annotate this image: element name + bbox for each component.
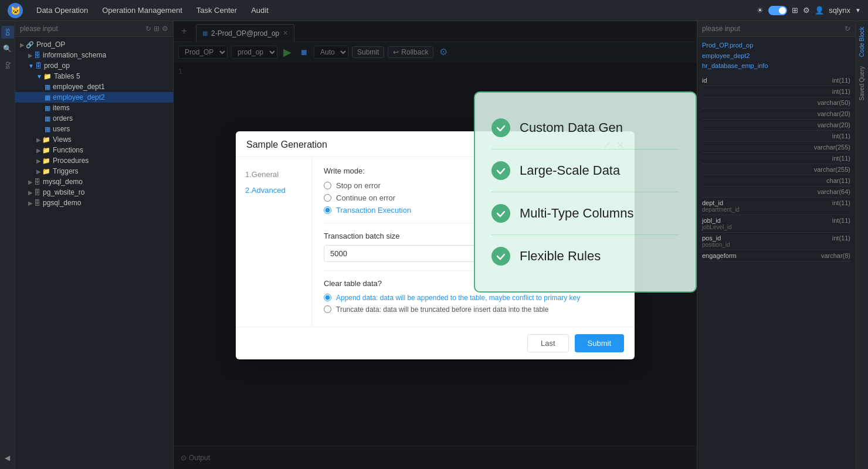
center-pane: + ▦ 2-Prod_OP@prod_op ✕ Prod_OP prod_op …: [174, 21, 697, 469]
modal-title: Sample Generation: [246, 140, 327, 150]
col-10: char(11): [702, 175, 850, 186]
col-id: id int(11): [702, 75, 850, 86]
col-9: varchar(255): [702, 164, 850, 175]
check-custom-data-gen: [491, 118, 510, 137]
tree-users[interactable]: ▦ users: [15, 124, 173, 134]
col-dept-id: dept_id department_id int(11): [702, 198, 850, 215]
db-connect-icon[interactable]: ⊞: [154, 25, 160, 33]
layout-icon[interactable]: ⊞: [792, 6, 798, 15]
svg-text:🐱: 🐱: [11, 6, 21, 16]
nav-operation-management[interactable]: Operation Management: [96, 4, 188, 17]
modal-overlay: Sample Generation ⤢ ✕ 1.General 2.Advanc…: [174, 21, 697, 469]
check-flexible-rules: [491, 247, 510, 266]
col-4: varchar(20): [702, 108, 850, 120]
tree-employee-dept2[interactable]: ▦ employee_dept2: [15, 92, 173, 103]
code-block-icon[interactable]: Code Block: [857, 23, 866, 60]
feature-label-flexible-rules: Flexible Rules: [520, 249, 601, 264]
tree-mysql-demo[interactable]: ▶ 🗄 mysql_demo: [15, 176, 173, 187]
main-area: DS 🔍 SQ ◀ ↻ ⊞ ⚙ ▶ 🔗 Prod_OP ▶ 🗄 in: [0, 21, 868, 469]
username: sqlynx: [829, 6, 850, 15]
tree-items[interactable]: ▦ items: [15, 103, 173, 113]
tree-triggers[interactable]: ▶ 📁 Triggers: [15, 166, 173, 176]
modal-sidebar: 1.General 2.Advanced: [236, 157, 312, 327]
tree-prod-op[interactable]: ▼ 🗄 prod_op: [15, 60, 173, 71]
db-breadcrumb: Prod_OP.prod_op employee_dept2 hr_databa…: [702, 40, 850, 72]
nav-audit[interactable]: Audit: [245, 4, 274, 17]
theme-icon[interactable]: ☀: [757, 6, 764, 15]
tree-functions[interactable]: ▶ 📁 Functions: [15, 145, 173, 155]
col-5: varchar(20): [702, 120, 850, 131]
feature-flexible-rules: Flexible Rules: [491, 235, 679, 277]
right-panel-content: Prod_OP.prod_op employee_dept2 hr_databa…: [697, 37, 855, 469]
feature-label-large-scale-data: Large-Scale Data: [520, 163, 620, 178]
col-11: varchar(64): [702, 186, 850, 198]
check-large-scale-data: [491, 161, 510, 180]
breadcrumb-line1: Prod_OP.prod_op: [702, 40, 850, 51]
last-button[interactable]: Last: [527, 334, 569, 352]
refresh-icon[interactable]: ↻: [145, 25, 151, 33]
tree: ▶ 🔗 Prod_OP ▶ 🗄 information_schema ▼ 🗄 p…: [15, 37, 173, 469]
nav-right: ☀ ⊞ ⚙ 👤 sqlynx ▼: [757, 6, 861, 15]
radio-truncate-data[interactable]: Truncate data: data will be truncated be…: [324, 305, 623, 314]
tree-tables[interactable]: ▼ 📁 Tables 5: [15, 71, 173, 81]
check-multi-type-columns: [491, 204, 510, 223]
tree-views[interactable]: ▶ 📁 Views: [15, 134, 173, 145]
arrow-toggle[interactable]: ◀: [1, 451, 14, 464]
col-7: varchar(255): [702, 142, 850, 153]
nav-data-operation[interactable]: Data Operation: [30, 4, 94, 17]
saved-query-icon[interactable]: SQ: [1, 59, 14, 72]
col-8: int(11): [702, 153, 850, 164]
col-jobl-id: jobl_id jobLevel_id int(11): [702, 215, 850, 233]
tree-root-prod-op[interactable]: ▶ 🔗 Prod_OP: [15, 39, 173, 50]
col-6: int(11): [702, 131, 850, 142]
col-engageform: engageform varchar(8): [702, 250, 850, 261]
col-3: varchar(50): [702, 97, 850, 108]
feature-label-multi-type-columns: Multi-Type Columns: [520, 206, 633, 221]
search-icon[interactable]: 🔍: [1, 42, 14, 55]
breadcrumb-line3: hr_database_emp_info: [702, 61, 850, 72]
tree-employee-dept1[interactable]: ▦ employee_dept1: [15, 81, 173, 92]
datasource-icon[interactable]: DS: [1, 26, 14, 39]
tree-orders[interactable]: ▦ orders: [15, 113, 173, 124]
col-pos-id: pos_id position_id int(11): [702, 233, 850, 250]
app-logo: 🐱: [7, 2, 23, 19]
settings-icon[interactable]: ⚙: [803, 6, 810, 15]
user-icon: 👤: [815, 6, 824, 15]
col-2: int(11): [702, 86, 850, 97]
theme-toggle[interactable]: [768, 6, 787, 15]
modal-tab-advanced[interactable]: 2.Advanced: [243, 182, 304, 198]
modal-tab-general[interactable]: 1.General: [243, 166, 304, 182]
right-search-input[interactable]: [702, 25, 845, 33]
sidebar-icons: DS 🔍 SQ ◀: [0, 21, 15, 469]
right-refresh-icon[interactable]: ↻: [845, 25, 850, 33]
radio-append-data[interactable]: Append data: data will be appended to th…: [324, 294, 623, 302]
left-panel: ↻ ⊞ ⚙ ▶ 🔗 Prod_OP ▶ 🗄 information_schema: [15, 21, 174, 469]
feature-label-custom-data-gen: Custom Data Gen: [520, 120, 623, 135]
feature-overlay: Custom Data Gen Large-Scale Data Multi-T…: [474, 91, 697, 293]
feature-multi-type-columns: Multi-Type Columns: [491, 192, 679, 235]
tree-pgsql-demo[interactable]: ▶ 🗄 pgsql_demo: [15, 198, 173, 208]
feature-large-scale-data: Large-Scale Data: [491, 149, 679, 192]
user-dropdown-icon[interactable]: ▼: [855, 7, 861, 13]
nav-task-center[interactable]: Task Center: [191, 4, 243, 17]
feature-custom-data-gen: Custom Data Gen: [491, 107, 679, 149]
modal-submit-button[interactable]: Submit: [575, 334, 624, 352]
breadcrumb-line2: employee_dept2: [702, 51, 850, 62]
modal-footer: Last Submit: [236, 327, 635, 359]
left-search-input[interactable]: [20, 25, 143, 33]
tree-information-schema[interactable]: ▶ 🗄 information_schema: [15, 50, 173, 60]
left-search-bar: ↻ ⊞ ⚙: [15, 21, 173, 37]
settings-small-icon[interactable]: ⚙: [162, 25, 168, 33]
right-icons: Code Block Saved Query: [855, 21, 868, 469]
tree-pg-wbsite-ro[interactable]: ▶ 🗄 pg_wbsite_ro: [15, 187, 173, 198]
tree-procedures[interactable]: ▶ 📁 Procedures: [15, 155, 173, 166]
saved-query-icon-right[interactable]: Saved Query: [857, 63, 866, 104]
top-nav: 🐱 Data Operation Operation Management Ta…: [0, 0, 868, 21]
right-panel: ↻ Prod_OP.prod_op employee_dept2 hr_data…: [697, 21, 855, 469]
right-search-bar: ↻: [697, 21, 855, 37]
